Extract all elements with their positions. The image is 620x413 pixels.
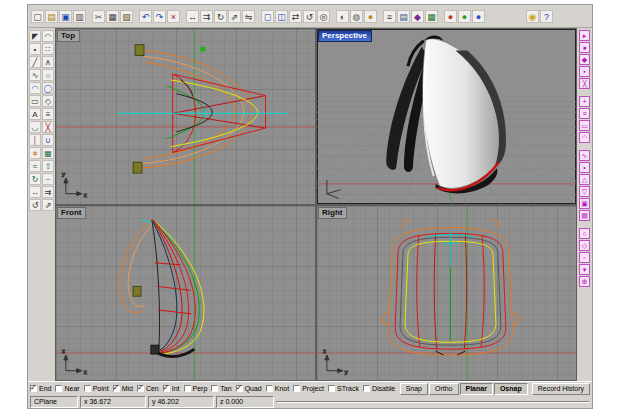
join-icon[interactable]: ∪ [42,134,54,146]
osnap-end[interactable]: End [30,385,51,392]
osnap-checkbox[interactable] [84,385,91,392]
surface-icon[interactable]: ▦ [42,147,54,159]
copy-icon[interactable]: ▦ [106,10,119,23]
right-tool-2-icon[interactable]: ● [579,42,590,53]
properties-icon[interactable]: ▤ [397,10,410,23]
offset-icon[interactable]: ≡ [42,108,54,120]
osnap-checkbox[interactable] [293,385,300,392]
osnap-toolbar-icon[interactable]: ◆ [411,10,424,23]
right-tool-19-icon[interactable]: ▾ [579,264,590,275]
right-tool-10-icon[interactable]: ∿ [579,150,590,161]
osnap-checkbox[interactable] [211,385,218,392]
osnap-checkbox[interactable] [30,385,37,392]
move-object-icon[interactable]: ↔ [29,186,41,198]
cplane-button[interactable]: CPlane [30,396,78,408]
rotate-object-icon[interactable]: ↺ [29,199,41,211]
osnap-near[interactable]: Near [55,385,79,392]
right-tool-3-icon[interactable]: ◆ [579,54,590,65]
arc-icon[interactable]: ◠ [29,82,41,94]
shaded-view-icon[interactable]: ◐ [336,10,349,23]
blue-material-icon[interactable]: ● [472,10,485,23]
right-tool-6-icon[interactable]: + [579,96,590,107]
red-material-icon[interactable]: ● [444,10,457,23]
move-icon[interactable]: ↔ [186,10,199,23]
curve-icon[interactable]: ∿ [29,69,41,81]
cut-icon[interactable]: ✂ [92,10,105,23]
osnap-point[interactable]: Point [84,385,109,392]
wireframe-view-icon[interactable]: ◍ [350,10,363,23]
scale-icon[interactable]: ⇗ [228,10,241,23]
right-tool-4-icon[interactable]: ▪ [579,66,590,77]
redo-icon[interactable]: ↷ [153,10,166,23]
named-view-icon[interactable]: ◉ [526,10,539,23]
circle-icon[interactable]: ○ [42,69,54,81]
osnap-checkbox[interactable] [236,385,243,392]
osnap-checkbox[interactable] [55,385,62,392]
points-icon[interactable]: ∷ [42,43,54,55]
osnap-strack[interactable]: STrack [328,385,359,392]
help-icon[interactable]: ? [540,10,553,23]
delete-icon[interactable]: × [167,10,180,23]
zoom-extents-icon[interactable]: ◫ [275,10,288,23]
extrude-icon[interactable]: ⇧ [42,160,54,172]
right-tool-9-icon[interactable]: ◠ [579,132,590,143]
new-file-icon[interactable]: ▢ [31,10,44,23]
trim-icon[interactable]: ╳ [42,121,54,133]
osnap-int[interactable]: Int [163,385,180,392]
polyline-icon[interactable]: ∧ [42,56,54,68]
mirror-icon[interactable]: ⇋ [242,10,255,23]
right-tool-11-icon[interactable]: • [579,162,590,173]
osnap-checkbox[interactable] [266,385,273,392]
osnap-tan[interactable]: Tan [211,385,231,392]
right-tool-20-icon[interactable]: ⊕ [579,276,590,287]
right-tool-16-icon[interactable]: ○ [579,228,590,239]
viewport-top[interactable]: Top [56,29,315,204]
rotate-icon[interactable]: ↻ [214,10,227,23]
polygon-icon[interactable]: ◇ [42,95,54,107]
open-file-icon[interactable]: ▤ [45,10,58,23]
osnap-checkbox[interactable] [184,385,191,392]
revolve-icon[interactable]: ↻ [29,173,41,185]
osnap-perp[interactable]: Perp [184,385,208,392]
copy-object-icon[interactable]: ⇉ [42,186,54,198]
zoom-window-icon[interactable]: ◻ [261,10,274,23]
osnap-checkbox[interactable] [137,385,144,392]
osnap-disable[interactable]: Disable [363,385,395,392]
viewport-front-title[interactable]: Front [57,207,86,219]
right-tool-7-icon[interactable]: ≡ [579,108,590,119]
right-tool-15-icon[interactable]: ▤ [579,210,590,221]
osnap-checkbox[interactable] [363,385,370,392]
render-icon[interactable]: ● [364,10,377,23]
point-icon[interactable]: • [29,43,41,55]
layers-icon[interactable]: ≡ [383,10,396,23]
right-tool-17-icon[interactable]: ◇ [579,240,590,251]
osnap-checkbox[interactable] [163,385,170,392]
osnap-checkbox[interactable] [328,385,335,392]
loft-icon[interactable]: ≈ [29,160,41,172]
right-tool-8-icon[interactable]: ▭ [579,120,590,131]
scale-object-icon[interactable]: ⇗ [42,199,54,211]
ortho-pane[interactable]: Ortho [429,383,459,395]
lasso-select-icon[interactable]: ◠ [42,30,54,42]
ellipse-icon[interactable]: ◯ [42,82,54,94]
split-icon[interactable]: │ [29,134,41,146]
viewport-front[interactable]: Front [56,206,315,381]
viewport-top-title[interactable]: Top [57,30,80,42]
right-tool-1-icon[interactable]: ▸ [579,30,590,41]
osnap-project[interactable]: Project [293,385,324,392]
rotate-view-icon[interactable]: ↺ [303,10,316,23]
right-tool-13-icon[interactable]: ▽ [579,186,590,197]
right-tool-5-icon[interactable]: ╳ [579,78,590,89]
line-icon[interactable]: ╱ [29,56,41,68]
right-tool-18-icon[interactable]: ▫ [579,252,590,263]
osnap-mid[interactable]: Mid [113,385,133,392]
osnap-cen[interactable]: Cen [137,385,159,392]
record-history-button[interactable]: Record History [532,383,590,395]
osnap-knot[interactable]: Knot [266,385,289,392]
snap-pane[interactable]: Snap [400,383,428,395]
right-tool-14-icon[interactable]: ▣ [579,198,590,209]
planar-pane[interactable]: Planar [460,383,493,395]
text-icon[interactable]: A [29,108,41,120]
print-icon[interactable]: ▥ [73,10,86,23]
undo-icon[interactable]: ↶ [139,10,152,23]
